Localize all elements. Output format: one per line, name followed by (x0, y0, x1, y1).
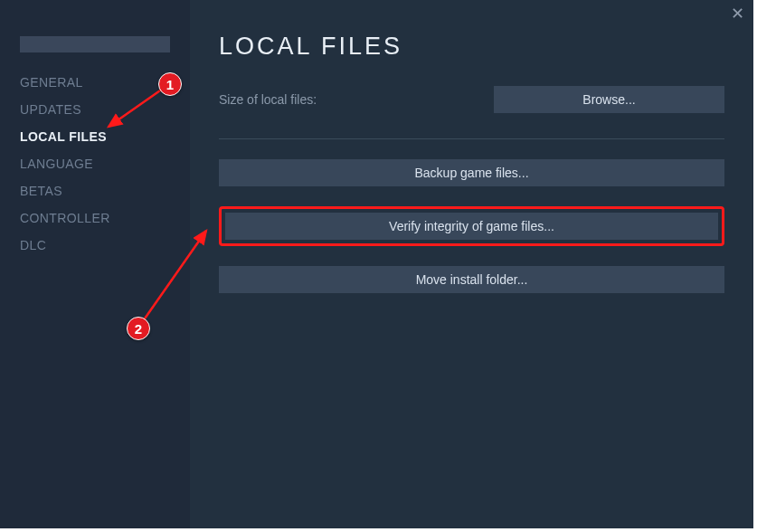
sidebar-item-betas[interactable]: BETAS (0, 177, 190, 204)
annotation-badge-1: 1 (158, 72, 182, 96)
browse-button[interactable]: Browse... (494, 86, 724, 113)
sidebar-item-updates[interactable]: UPDATES (0, 96, 190, 123)
sidebar-item-local-files[interactable]: LOCAL FILES (0, 123, 190, 150)
sidebar-item-language[interactable]: LANGUAGE (0, 150, 190, 177)
move-folder-button[interactable]: Move install folder... (219, 266, 724, 293)
properties-window: GENERAL UPDATES LOCAL FILES LANGUAGE BET… (0, 0, 753, 528)
content-panel: ✕ LOCAL FILES Size of local files: Brows… (190, 0, 753, 528)
annotation-badge-2: 2 (127, 317, 150, 340)
size-row: Size of local files: Browse... (219, 86, 724, 113)
sidebar-header-bar (20, 36, 170, 52)
verify-integrity-button[interactable]: Verify integrity of game files... (225, 213, 718, 240)
page-title: LOCAL FILES (219, 33, 724, 61)
sidebar-item-controller[interactable]: CONTROLLER (0, 204, 190, 232)
size-label: Size of local files: (219, 92, 317, 107)
close-icon[interactable]: ✕ (731, 5, 744, 22)
annotation-highlight: Verify integrity of game files... (219, 206, 724, 246)
backup-button[interactable]: Backup game files... (219, 159, 724, 186)
sidebar-item-dlc[interactable]: DLC (0, 232, 190, 259)
divider (219, 138, 724, 139)
